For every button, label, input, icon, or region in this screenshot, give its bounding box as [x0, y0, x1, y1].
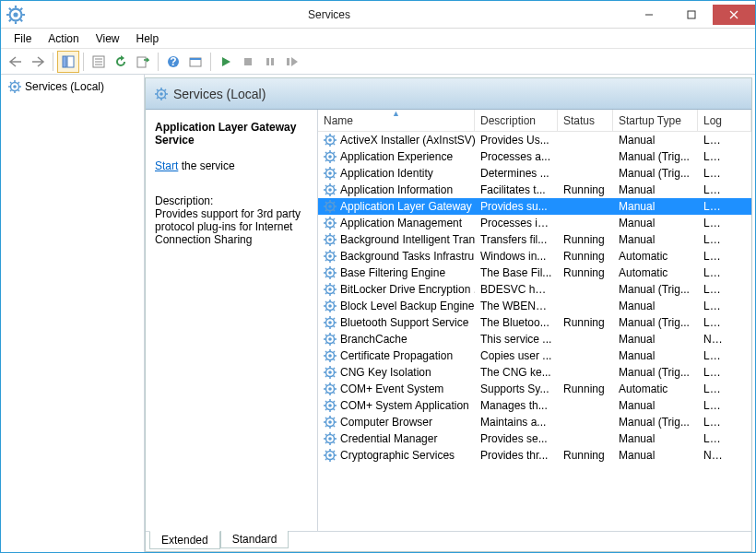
service-row[interactable]: BitLocker Drive Encryption ...BDESVC hos… [318, 281, 751, 298]
properties-button[interactable] [88, 51, 110, 73]
start-service-button[interactable] [215, 51, 237, 73]
content-title: Services (Local) [173, 87, 266, 101]
service-row[interactable]: Application ExperienceProcesses a...Manu… [318, 148, 751, 165]
service-name: BitLocker Drive Encryption ... [340, 283, 475, 296]
menu-help[interactable]: Help [129, 30, 167, 47]
service-status: Running [558, 449, 613, 462]
svg-rect-20 [287, 58, 289, 65]
column-header-startup[interactable]: Startup Type [613, 110, 698, 131]
service-row[interactable]: Application InformationFacilitates t...R… [318, 182, 751, 198]
service-row[interactable]: Certificate PropagationCopies user ...Ma… [318, 347, 751, 364]
stop-service-button[interactable] [237, 51, 259, 73]
service-row[interactable]: Bluetooth Support ServiceThe Bluetoo...R… [318, 314, 751, 331]
service-description: This service ... [475, 333, 558, 346]
svg-rect-12 [137, 57, 146, 67]
service-status: Running [558, 250, 613, 263]
restart-service-button[interactable] [281, 51, 303, 73]
service-name: CNG Key Isolation [340, 366, 431, 379]
minimize-button[interactable] [628, 5, 670, 25]
column-header-name[interactable]: Name▲ [318, 110, 475, 131]
service-row[interactable]: Block Level Backup Engine ...The WBENG..… [318, 298, 751, 314]
refresh-button[interactable] [110, 51, 132, 73]
service-description: Provides Us... [475, 134, 558, 147]
service-logon: Net [698, 449, 726, 462]
service-status: Running [558, 316, 613, 329]
gear-icon [324, 399, 337, 412]
service-description: Transfers fil... [475, 233, 558, 246]
menu-view[interactable]: View [89, 30, 127, 47]
service-logon: Loc [698, 200, 726, 213]
service-name: Credential Manager [340, 432, 437, 445]
gear-icon [324, 366, 337, 379]
service-startup: Manual (Trig... [613, 316, 698, 329]
service-startup: Manual [613, 432, 698, 445]
service-startup: Manual [613, 449, 698, 462]
service-description: Facilitates t... [475, 183, 558, 196]
service-row[interactable]: Computer BrowserMaintains a...Manual (Tr… [318, 414, 751, 430]
service-status: Running [558, 382, 613, 395]
service-description: Determines ... [475, 167, 558, 180]
service-row[interactable]: Background Intelligent Tran...Transfers … [318, 231, 751, 248]
menu-action[interactable]: Action [41, 30, 86, 47]
service-row[interactable]: COM+ Event SystemSupports Sy...RunningAu… [318, 381, 751, 397]
service-row[interactable]: Application IdentityDetermines ...Manual… [318, 165, 751, 182]
service-description: Provides se... [475, 432, 558, 445]
maximize-button[interactable] [670, 5, 713, 25]
service-description: The WBENG... [475, 300, 558, 312]
service-row[interactable]: BranchCacheThis service ...ManualNet [318, 331, 751, 347]
service-logon: Loc [698, 316, 726, 329]
service-logon: Loc [698, 300, 726, 312]
service-logon: Loc [698, 432, 726, 445]
column-header-status[interactable]: Status [558, 110, 613, 131]
tab-standard[interactable]: Standard [220, 531, 289, 548]
service-row[interactable]: Application ManagementProcesses in...Man… [318, 215, 751, 231]
column-header-logon[interactable]: Log [698, 110, 751, 131]
service-description: Provides thr... [475, 449, 558, 462]
svg-rect-6 [63, 56, 66, 67]
show-hide-tree-button[interactable] [57, 51, 79, 73]
service-row[interactable]: Application Layer Gateway ...Provides su… [318, 198, 751, 215]
service-name: Base Filtering Engine [340, 266, 445, 279]
close-button[interactable] [713, 5, 755, 25]
back-button[interactable] [5, 51, 27, 73]
service-startup: Automatic [613, 250, 698, 263]
sort-asc-icon: ▲ [392, 110, 400, 118]
service-description: Processes a... [475, 150, 558, 163]
service-name: ActiveX Installer (AxInstSV) [340, 134, 475, 147]
service-row[interactable]: Base Filtering EngineThe Base Fil...Runn… [318, 265, 751, 281]
gear-icon [324, 316, 337, 329]
service-description: Processes in... [475, 217, 558, 229]
export-button[interactable] [132, 51, 154, 73]
service-name: BranchCache [340, 333, 408, 346]
service-logon: Loc [698, 416, 726, 429]
service-row[interactable]: Background Tasks Infrastru...Windows in.… [318, 248, 751, 265]
service-startup: Manual [613, 183, 698, 196]
tab-extended[interactable]: Extended [149, 531, 220, 549]
service-row[interactable]: COM+ System ApplicationManages th...Manu… [318, 397, 751, 414]
service-startup: Manual (Trig... [613, 416, 698, 429]
service-row[interactable]: CNG Key IsolationThe CNG ke...Manual (Tr… [318, 364, 751, 381]
toolbar-extra-button[interactable] [184, 51, 207, 73]
service-startup: Automatic [613, 266, 698, 279]
service-name: COM+ System Application [340, 399, 469, 412]
forward-button[interactable] [27, 51, 49, 73]
service-row[interactable]: Credential ManagerProvides se...ManualLo… [318, 430, 751, 447]
svg-rect-17 [244, 58, 252, 65]
window-title: Services [30, 8, 628, 21]
service-logon: Loc [698, 366, 726, 379]
svg-rect-18 [266, 58, 269, 65]
help-button[interactable]: ? [162, 51, 184, 73]
service-row[interactable]: ActiveX Installer (AxInstSV)Provides Us.… [318, 132, 751, 148]
service-row[interactable]: Cryptographic ServicesProvides thr...Run… [318, 447, 751, 464]
service-startup: Manual (Trig... [613, 150, 698, 163]
sidebar-item-services-local[interactable]: Services (Local) [1, 78, 144, 95]
service-name: Application Information [340, 183, 453, 196]
column-header-description[interactable]: Description [475, 110, 558, 131]
service-logon: Loc [698, 233, 726, 246]
gear-icon [324, 333, 337, 346]
pause-service-button[interactable] [259, 51, 281, 73]
service-name: Background Intelligent Tran... [340, 233, 475, 246]
gear-icon [8, 80, 21, 93]
menu-file[interactable]: File [6, 30, 39, 47]
start-service-link[interactable]: Start [155, 159, 178, 172]
